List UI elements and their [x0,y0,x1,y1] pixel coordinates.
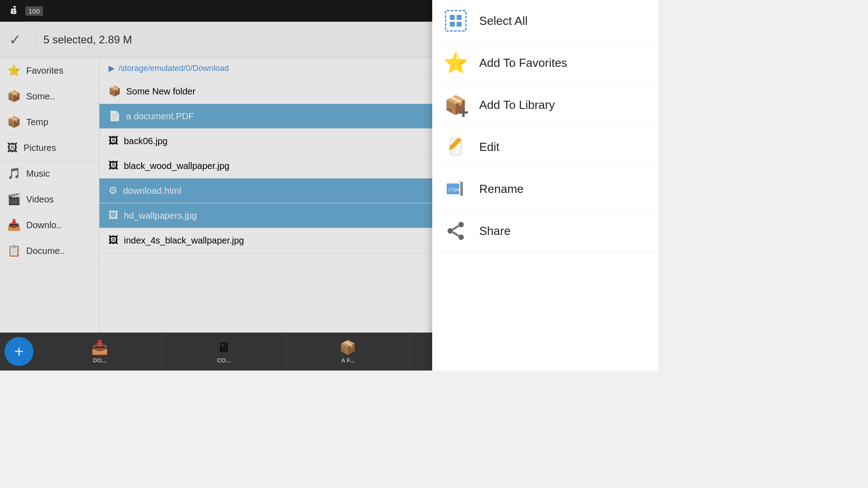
menu-icon-select-all [443,8,468,33]
menu-label-share: Share [479,224,510,238]
svg-line-15 [453,232,459,236]
menu-label-edit: Edit [479,140,500,154]
svg-point-11 [458,222,464,227]
menu-item-add-to-library[interactable]: 📦➕ Add To Library [432,84,658,126]
svg-point-12 [448,228,453,234]
context-menu: Select All ⭐ Add To Favorites 📦➕ Add To … [432,0,658,371]
menu-item-select-all[interactable]: Select All [432,0,658,42]
svg-line-14 [453,226,459,230]
menu-item-add-to-favorites[interactable]: ⭐ Add To Favorites [432,42,658,84]
menu-icon-share [443,218,468,244]
svg-rect-10 [460,182,463,196]
menu-label-add-to-favorites: Add To Favorites [479,56,567,70]
menu-icon-edit [443,134,468,160]
menu-icon-add-to-favorites: ⭐ [443,50,468,75]
menu-icon-add-to-library: 📦➕ [443,92,468,117]
svg-text://path: //path [448,187,466,192]
menu-label-rename: Rename [479,182,524,196]
svg-point-13 [458,235,464,240]
menu-icon-rename: //path [443,176,468,202]
menu-item-share[interactable]: Share [432,210,658,252]
menu-item-rename[interactable]: //path Rename [432,168,658,210]
menu-item-edit[interactable]: Edit [432,126,658,168]
menu-label-select-all: Select All [479,14,528,28]
menu-label-add-to-library: Add To Library [479,98,555,112]
